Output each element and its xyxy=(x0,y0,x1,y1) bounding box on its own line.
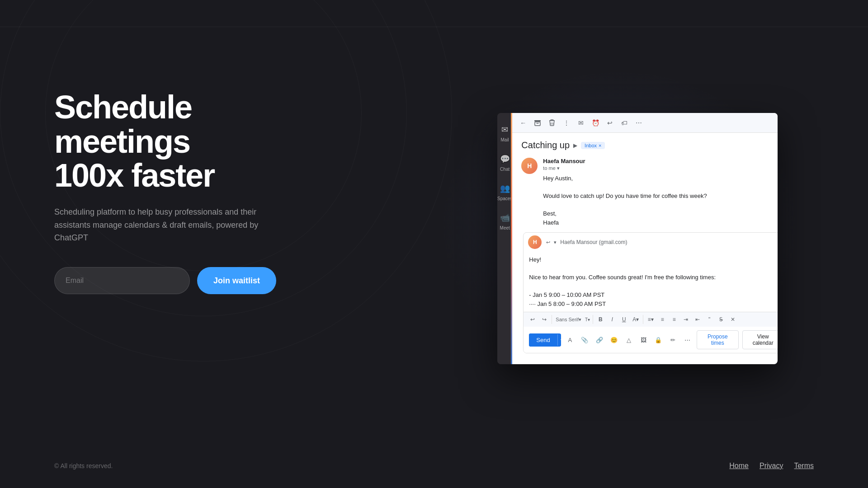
message-body: Haefa Mansour to me ▾ Hey Austin, Would … xyxy=(543,158,778,227)
message-text: Hey Austin, Would love to catch up! Do y… xyxy=(543,174,778,227)
svg-rect-0 xyxy=(534,120,541,122)
archive-icon[interactable] xyxy=(532,117,543,128)
copyright: © All rights reserved. xyxy=(54,462,113,469)
link-icon[interactable]: 🔗 xyxy=(594,333,605,346)
forward-arrow-icon: ▶ xyxy=(573,142,577,149)
message-sender: Haefa Mansour xyxy=(543,158,778,164)
numbered-list-icon[interactable]: ≡ xyxy=(657,314,668,325)
font-select[interactable]: Sans Serif ▾ xyxy=(554,314,583,325)
underline-icon[interactable]: U xyxy=(618,314,629,325)
drive-icon[interactable]: △ xyxy=(623,333,634,346)
reply-avatar: H xyxy=(528,235,542,249)
email-subject-line: Catching up ▶ Inbox × xyxy=(521,140,778,150)
email-subject: Catching up xyxy=(521,140,570,150)
cta-row: Join waitlist xyxy=(54,267,326,294)
label-icon[interactable]: 🏷 xyxy=(619,117,630,128)
sender-avatar: H xyxy=(521,158,538,174)
strikethrough-icon[interactable]: S̶ xyxy=(716,314,726,325)
footer-links: Home Privacy Terms xyxy=(729,462,814,470)
move-to-icon[interactable]: ↩ xyxy=(604,117,615,128)
font-size-icon[interactable]: T▾ xyxy=(584,314,591,325)
photo-icon[interactable]: 🖼 xyxy=(638,333,649,346)
send-button-group: Send ▾ xyxy=(529,333,561,347)
redo-icon[interactable]: ↪ xyxy=(539,314,550,325)
outdent-icon[interactable]: ⇤ xyxy=(692,314,703,325)
bold-icon[interactable]: B xyxy=(595,314,606,325)
main-heading: Schedule meetings 100x faster xyxy=(54,90,326,193)
sidebar-item-mail[interactable]: ✉ Mail xyxy=(497,120,512,146)
more-options-icon[interactable]: ⋯ xyxy=(682,333,693,346)
fmt-sep-2 xyxy=(593,315,593,324)
footer-link-home[interactable]: Home xyxy=(729,462,749,470)
header xyxy=(0,0,868,27)
trash-icon[interactable] xyxy=(547,117,557,128)
reply-icon: ↩ xyxy=(546,239,550,245)
left-content: Schedule meetings 100x faster Scheduling… xyxy=(54,90,326,294)
back-icon[interactable]: ← xyxy=(518,117,528,128)
view-calendar-button[interactable]: View calendar xyxy=(742,330,778,349)
chat-icon: 💬 xyxy=(499,153,511,165)
formatting-toolbar: ↩ ↪ Sans Serif ▾ T▾ B I U A▾ xyxy=(524,312,778,327)
reply-header: ↩ ▾ Haefa Mansour (gmail.com) xyxy=(546,239,778,245)
reply-text-area[interactable]: Hey! Nice to hear from you. Coffee sound… xyxy=(524,252,778,312)
gmail-mockup: ✉ Mail 💬 Chat 👥 Spaces 📹 Meet ← xyxy=(497,113,778,364)
quote-icon[interactable]: " xyxy=(704,314,715,325)
remove-format-icon[interactable]: ✕ xyxy=(727,314,738,325)
reply-area: H ↩ ▾ Haefa Mansour (gmail.com) Hey! Nic… xyxy=(523,232,778,353)
sidebar-meet-label: Meet xyxy=(500,225,510,230)
reply-to-address: Haefa Mansour (gmail.com) xyxy=(560,239,627,245)
footer-link-privacy[interactable]: Privacy xyxy=(760,462,783,470)
attach-icon[interactable]: 📎 xyxy=(579,333,590,346)
gmail-main: ← ⋮ ✉ ⏰ ↩ 🏷 ⋯ Catching up ▶ Inbox × xyxy=(512,113,778,364)
send-toolbar: Send ▾ A 📎 🔗 😊 △ 🖼 🔒 ✏ ⋯ Propose times xyxy=(524,327,778,353)
footer-link-terms[interactable]: Terms xyxy=(794,462,814,470)
more-toolbar-icon[interactable]: ⋮ xyxy=(561,117,572,128)
sidebar-chat-label: Chat xyxy=(500,167,509,172)
sub-heading: Scheduling platform to help busy profess… xyxy=(54,206,271,244)
send-dropdown-button[interactable]: ▾ xyxy=(557,334,561,346)
mail-icon: ✉ xyxy=(499,124,511,136)
dots-icon[interactable]: ⋯ xyxy=(633,117,644,128)
sidebar-item-spaces[interactable]: 👥 Spaces xyxy=(497,179,512,205)
svg-rect-1 xyxy=(535,122,540,126)
sidebar-spaces-label: Spaces xyxy=(497,196,512,201)
footer: © All rights reserved. Home Privacy Term… xyxy=(0,462,868,470)
format-options-icon[interactable]: A xyxy=(565,333,576,346)
sidebar-accent-bar xyxy=(511,113,512,364)
message-to: to me ▾ xyxy=(543,165,778,171)
mark-unread-icon[interactable]: ✉ xyxy=(576,117,586,128)
propose-times-button[interactable]: Propose times xyxy=(697,330,739,349)
snooze-icon[interactable]: ⏰ xyxy=(590,117,601,128)
email-input[interactable] xyxy=(54,267,190,294)
join-waitlist-button[interactable]: Join waitlist xyxy=(197,267,276,294)
email-content: Catching up ▶ Inbox × H Haefa Mansour to… xyxy=(512,133,778,364)
sidebar-item-chat[interactable]: 💬 Chat xyxy=(497,150,512,175)
bullet-list-icon[interactable]: ≡ xyxy=(669,314,679,325)
undo-icon[interactable]: ↩ xyxy=(527,314,538,325)
gmail-sidebar: ✉ Mail 💬 Chat 👥 Spaces 📹 Meet xyxy=(497,113,512,364)
text-color-icon[interactable]: A▾ xyxy=(630,314,641,325)
sidebar-item-meet[interactable]: 📹 Meet xyxy=(497,208,512,234)
gmail-toolbar: ← ⋮ ✉ ⏰ ↩ 🏷 ⋯ xyxy=(512,113,778,133)
inbox-badge[interactable]: Inbox × xyxy=(581,142,605,149)
fmt-sep-1 xyxy=(552,315,552,324)
sidebar-mail-label: Mail xyxy=(501,137,509,142)
spaces-icon: 👥 xyxy=(499,183,511,194)
align-icon[interactable]: ≡▾ xyxy=(645,314,656,325)
emoji-icon[interactable]: 😊 xyxy=(609,333,619,346)
meet-icon: 📹 xyxy=(499,212,511,224)
badge-close-icon[interactable]: × xyxy=(599,143,601,148)
original-message: H Haefa Mansour to me ▾ Hey Austin, Woul… xyxy=(521,158,778,227)
indent-icon[interactable]: ⇥ xyxy=(680,314,691,325)
email-thread: H Haefa Mansour to me ▾ Hey Austin, Woul… xyxy=(521,158,778,357)
italic-icon[interactable]: I xyxy=(607,314,618,325)
reply-dropdown-icon[interactable]: ▾ xyxy=(554,239,557,245)
fmt-sep-3 xyxy=(643,315,643,324)
send-button[interactable]: Send xyxy=(529,333,557,347)
signature-icon[interactable]: ✏ xyxy=(667,333,678,346)
font-dropdown-icon[interactable]: ▾ xyxy=(579,317,581,323)
chevron-down-icon[interactable]: ▾ xyxy=(557,165,560,171)
lock-icon[interactable]: 🔒 xyxy=(652,333,663,346)
